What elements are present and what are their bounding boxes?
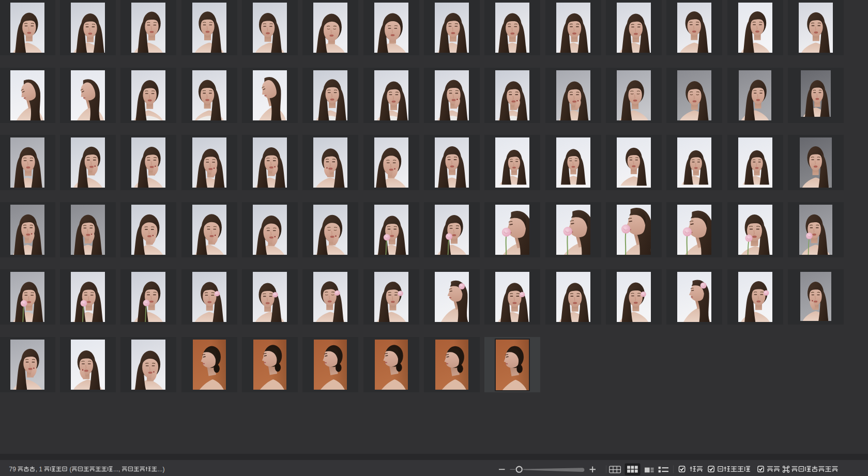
svg-text:): ) bbox=[163, 466, 165, 473]
svg-text:1: 1 bbox=[39, 466, 42, 473]
svg-text:,: , bbox=[36, 466, 37, 473]
svg-text:9: 9 bbox=[12, 466, 16, 473]
svg-text:(: ( bbox=[70, 466, 72, 473]
svg-text:,: , bbox=[118, 466, 120, 473]
